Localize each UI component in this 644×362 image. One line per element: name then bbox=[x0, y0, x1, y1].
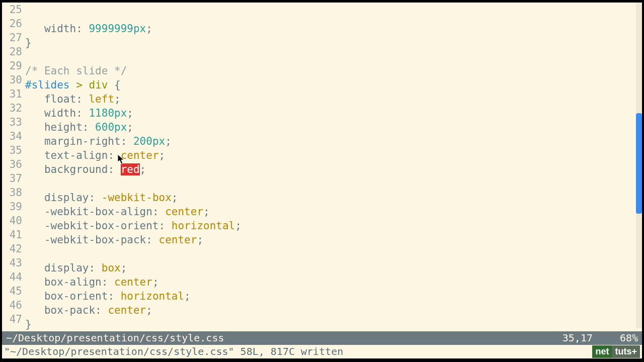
logo-net: net bbox=[592, 345, 612, 358]
line-number: 29 bbox=[2, 59, 22, 73]
status-file-path: ~/Desktop/presentation/css/style.css bbox=[6, 331, 522, 345]
editor-window: 2526272829303132333435363738394041424344… bbox=[2, 3, 642, 358]
line-number: 44 bbox=[2, 270, 22, 284]
line-number: 34 bbox=[2, 129, 22, 143]
scrollbar-thumb[interactable] bbox=[636, 113, 642, 214]
scrollbar-track[interactable] bbox=[636, 3, 642, 328]
line-number: 30 bbox=[2, 73, 22, 87]
line-number: 37 bbox=[2, 171, 22, 186]
code-line[interactable]: -webkit-box-pack: center; bbox=[25, 233, 642, 247]
line-number: 31 bbox=[2, 87, 22, 101]
line-number: 41 bbox=[2, 228, 22, 242]
code-area[interactable]: 2526272829303132333435363738394041424344… bbox=[2, 3, 642, 331]
line-number: 45 bbox=[2, 284, 22, 298]
code-line[interactable]: background: red; bbox=[25, 162, 642, 176]
line-number: 25 bbox=[2, 3, 22, 17]
code-line[interactable]: margin-right: 200px; bbox=[25, 134, 642, 148]
message-bar: "~/Desktop/presentation/css/style.css" 5… bbox=[2, 345, 642, 358]
code-line[interactable]: } bbox=[25, 317, 642, 331]
line-number: 42 bbox=[2, 242, 22, 256]
line-number: 40 bbox=[2, 214, 22, 228]
code-line[interactable]: -webkit-box-orient: horizontal; bbox=[25, 219, 642, 233]
status-cursor-pos: 35,17 bbox=[522, 331, 613, 345]
line-number-gutter: 2526272829303132333435363738394041424344… bbox=[2, 3, 25, 331]
line-number: 36 bbox=[2, 157, 22, 171]
status-scroll-pct: 68% bbox=[613, 331, 638, 345]
code-line[interactable]: box-pack: center; bbox=[25, 303, 642, 317]
code-line[interactable] bbox=[25, 176, 642, 191]
line-number: 26 bbox=[2, 17, 22, 31]
line-number: 28 bbox=[2, 45, 22, 59]
nettuts-logo: net tuts+ bbox=[592, 345, 640, 358]
code-content[interactable]: width: 9999999px;}/* Each slide */#slide… bbox=[25, 3, 642, 331]
status-bar: ~/Desktop/presentation/css/style.css 35,… bbox=[2, 331, 642, 345]
line-number: 39 bbox=[2, 200, 22, 214]
line-number: 47 bbox=[2, 312, 22, 326]
code-line[interactable]: width: 9999999px; bbox=[25, 22, 642, 36]
code-line[interactable]: float: left; bbox=[25, 92, 642, 106]
line-number: 46 bbox=[2, 298, 22, 312]
code-line[interactable]: display: -webkit-box; bbox=[25, 191, 642, 205]
code-line[interactable]: display: box; bbox=[25, 261, 642, 275]
code-line[interactable]: width: 1180px; bbox=[25, 106, 642, 120]
line-number: 35 bbox=[2, 143, 22, 157]
line-number: 32 bbox=[2, 101, 22, 115]
code-line[interactable]: } bbox=[25, 36, 642, 50]
code-line[interactable]: text-align: center; bbox=[25, 148, 642, 162]
code-line[interactable]: box-align: center; bbox=[25, 275, 642, 289]
line-number: 33 bbox=[2, 115, 22, 129]
logo-tuts: tuts+ bbox=[612, 345, 640, 358]
code-line[interactable]: #slides > div { bbox=[25, 78, 642, 92]
code-line[interactable] bbox=[25, 50, 642, 64]
code-line[interactable]: box-orient: horizontal; bbox=[25, 289, 642, 303]
code-line[interactable]: /* Each slide */ bbox=[25, 64, 642, 78]
visual-selection: red bbox=[121, 163, 140, 175]
line-number: 27 bbox=[2, 31, 22, 45]
line-number: 43 bbox=[2, 256, 22, 270]
code-line[interactable]: -webkit-box-align: center; bbox=[25, 205, 642, 219]
code-line[interactable]: height: 600px; bbox=[25, 120, 642, 134]
line-number: 38 bbox=[2, 186, 22, 200]
code-line[interactable] bbox=[25, 247, 642, 261]
